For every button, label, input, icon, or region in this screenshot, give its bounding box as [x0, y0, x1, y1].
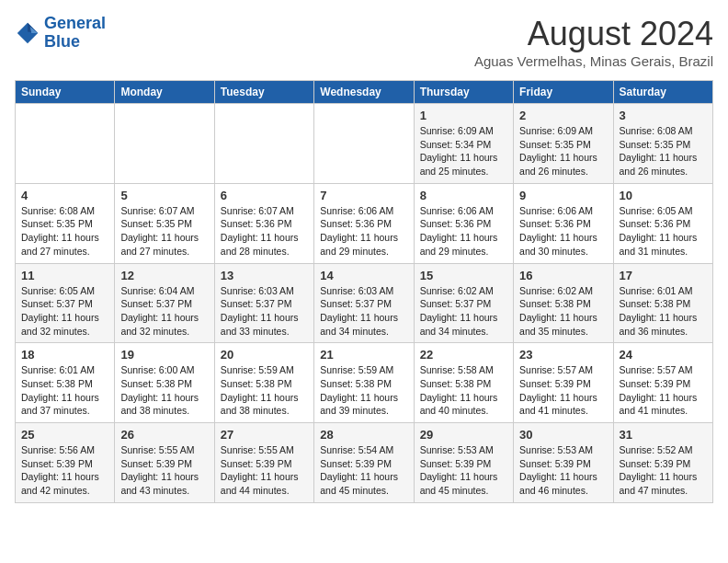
- day-info: Sunrise: 5:57 AM Sunset: 5:39 PM Dayligh…: [620, 363, 707, 418]
- day-info: Sunrise: 5:53 AM Sunset: 5:39 PM Dayligh…: [519, 443, 607, 498]
- month-title: August 2024: [474, 15, 713, 53]
- day-number: 12: [120, 269, 208, 282]
- weekday-header-sunday: Sunday: [16, 81, 115, 104]
- day-number: 23: [519, 348, 607, 362]
- week-row-5: 25Sunrise: 5:56 AM Sunset: 5:39 PM Dayli…: [16, 423, 713, 503]
- calendar-cell: 13Sunrise: 6:03 AM Sunset: 5:37 PM Dayli…: [214, 263, 313, 343]
- day-number: 24: [620, 348, 707, 362]
- day-number: 22: [420, 348, 507, 362]
- day-info: Sunrise: 6:06 AM Sunset: 5:36 PM Dayligh…: [320, 204, 407, 259]
- weekday-header-thursday: Thursday: [414, 81, 513, 104]
- day-info: Sunrise: 5:59 AM Sunset: 5:38 PM Dayligh…: [221, 363, 308, 418]
- day-info: Sunrise: 6:06 AM Sunset: 5:36 PM Dayligh…: [519, 204, 607, 259]
- day-info: Sunrise: 6:01 AM Sunset: 5:38 PM Dayligh…: [21, 363, 108, 418]
- calendar-cell: 30Sunrise: 5:53 AM Sunset: 5:39 PM Dayli…: [514, 423, 613, 503]
- calendar-cell: 24Sunrise: 5:57 AM Sunset: 5:39 PM Dayli…: [613, 343, 712, 423]
- week-row-1: 1Sunrise: 6:09 AM Sunset: 5:34 PM Daylig…: [16, 104, 713, 184]
- day-number: 9: [519, 189, 607, 202]
- day-number: 25: [21, 428, 108, 442]
- calendar-cell: 31Sunrise: 5:52 AM Sunset: 5:39 PM Dayli…: [613, 423, 712, 503]
- calendar-cell: 3Sunrise: 6:08 AM Sunset: 5:35 PM Daylig…: [613, 104, 712, 184]
- calendar-cell: 9Sunrise: 6:06 AM Sunset: 5:36 PM Daylig…: [514, 183, 613, 263]
- day-number: 29: [420, 428, 507, 442]
- calendar-cell: 28Sunrise: 5:54 AM Sunset: 5:39 PM Dayli…: [314, 423, 414, 503]
- day-number: 20: [221, 348, 308, 362]
- day-number: 8: [420, 189, 507, 202]
- calendar-cell: 14Sunrise: 6:03 AM Sunset: 5:37 PM Dayli…: [314, 263, 414, 343]
- day-number: 3: [620, 109, 707, 122]
- calendar-cell: 4Sunrise: 6:08 AM Sunset: 5:35 PM Daylig…: [16, 183, 115, 263]
- day-number: 1: [420, 109, 507, 122]
- day-number: 6: [221, 189, 308, 202]
- day-number: 17: [620, 269, 707, 282]
- day-info: Sunrise: 6:00 AM Sunset: 5:38 PM Dayligh…: [120, 363, 208, 418]
- calendar-cell: 21Sunrise: 5:59 AM Sunset: 5:38 PM Dayli…: [314, 343, 414, 423]
- day-number: 7: [320, 189, 407, 202]
- day-info: Sunrise: 5:56 AM Sunset: 5:39 PM Dayligh…: [21, 443, 108, 498]
- calendar-cell: 2Sunrise: 6:09 AM Sunset: 5:35 PM Daylig…: [514, 104, 613, 184]
- day-number: 4: [21, 189, 108, 202]
- logo-text: General Blue: [44, 15, 106, 52]
- day-number: 5: [120, 189, 208, 202]
- calendar-cell: [214, 104, 313, 184]
- day-number: 14: [320, 269, 407, 282]
- logo: General Blue: [15, 15, 106, 52]
- day-number: 16: [519, 269, 607, 282]
- day-number: 27: [221, 428, 308, 442]
- weekday-header-friday: Friday: [514, 81, 613, 104]
- calendar-cell: 27Sunrise: 5:55 AM Sunset: 5:39 PM Dayli…: [214, 423, 313, 503]
- calendar-cell: 26Sunrise: 5:55 AM Sunset: 5:39 PM Dayli…: [115, 423, 214, 503]
- page-header: General Blue August 2024 Aguas Vermelhas…: [15, 15, 713, 69]
- calendar-cell: 25Sunrise: 5:56 AM Sunset: 5:39 PM Dayli…: [16, 423, 115, 503]
- day-number: 21: [320, 348, 407, 362]
- day-number: 15: [420, 269, 507, 282]
- day-number: 13: [221, 269, 308, 282]
- day-info: Sunrise: 6:02 AM Sunset: 5:38 PM Dayligh…: [519, 284, 607, 339]
- day-info: Sunrise: 5:55 AM Sunset: 5:39 PM Dayligh…: [221, 443, 308, 498]
- day-info: Sunrise: 6:08 AM Sunset: 5:35 PM Dayligh…: [620, 124, 707, 178]
- day-info: Sunrise: 6:05 AM Sunset: 5:36 PM Dayligh…: [620, 204, 707, 259]
- calendar-cell: 19Sunrise: 6:00 AM Sunset: 5:38 PM Dayli…: [115, 343, 214, 423]
- day-info: Sunrise: 5:53 AM Sunset: 5:39 PM Dayligh…: [420, 443, 507, 498]
- day-number: 18: [21, 348, 108, 362]
- calendar-cell: 5Sunrise: 6:07 AM Sunset: 5:35 PM Daylig…: [115, 183, 214, 263]
- weekday-header-saturday: Saturday: [613, 81, 712, 104]
- day-info: Sunrise: 6:03 AM Sunset: 5:37 PM Dayligh…: [320, 284, 407, 339]
- calendar-cell: 18Sunrise: 6:01 AM Sunset: 5:38 PM Dayli…: [16, 343, 115, 423]
- day-number: 28: [320, 428, 407, 442]
- weekday-header-tuesday: Tuesday: [214, 81, 313, 104]
- day-info: Sunrise: 6:03 AM Sunset: 5:37 PM Dayligh…: [221, 284, 308, 339]
- calendar-table: SundayMondayTuesdayWednesdayThursdayFrid…: [15, 80, 713, 503]
- day-info: Sunrise: 6:09 AM Sunset: 5:34 PM Dayligh…: [420, 124, 507, 178]
- day-info: Sunrise: 5:52 AM Sunset: 5:39 PM Dayligh…: [620, 443, 707, 498]
- day-info: Sunrise: 5:59 AM Sunset: 5:38 PM Dayligh…: [320, 363, 407, 418]
- week-row-4: 18Sunrise: 6:01 AM Sunset: 5:38 PM Dayli…: [16, 343, 713, 423]
- weekday-header-row: SundayMondayTuesdayWednesdayThursdayFrid…: [16, 81, 713, 104]
- day-info: Sunrise: 6:05 AM Sunset: 5:37 PM Dayligh…: [21, 284, 108, 339]
- day-number: 26: [120, 428, 208, 442]
- calendar-cell: [314, 104, 414, 184]
- calendar-cell: 7Sunrise: 6:06 AM Sunset: 5:36 PM Daylig…: [314, 183, 414, 263]
- day-info: Sunrise: 5:58 AM Sunset: 5:38 PM Dayligh…: [420, 363, 507, 418]
- day-number: 31: [620, 428, 707, 442]
- day-info: Sunrise: 5:57 AM Sunset: 5:39 PM Dayligh…: [519, 363, 607, 418]
- calendar-cell: 20Sunrise: 5:59 AM Sunset: 5:38 PM Dayli…: [214, 343, 313, 423]
- logo-icon: [15, 20, 40, 46]
- calendar-cell: 17Sunrise: 6:01 AM Sunset: 5:38 PM Dayli…: [613, 263, 712, 343]
- title-block: August 2024 Aguas Vermelhas, Minas Gerai…: [474, 15, 713, 69]
- day-number: 30: [519, 428, 607, 442]
- day-info: Sunrise: 6:01 AM Sunset: 5:38 PM Dayligh…: [620, 284, 707, 339]
- calendar-cell: 15Sunrise: 6:02 AM Sunset: 5:37 PM Dayli…: [414, 263, 513, 343]
- day-info: Sunrise: 6:07 AM Sunset: 5:35 PM Dayligh…: [120, 204, 208, 259]
- day-info: Sunrise: 5:54 AM Sunset: 5:39 PM Dayligh…: [320, 443, 407, 498]
- calendar-cell: 29Sunrise: 5:53 AM Sunset: 5:39 PM Dayli…: [414, 423, 513, 503]
- location-subtitle: Aguas Vermelhas, Minas Gerais, Brazil: [474, 53, 713, 69]
- weekday-header-monday: Monday: [115, 81, 214, 104]
- day-number: 19: [120, 348, 208, 362]
- day-info: Sunrise: 6:04 AM Sunset: 5:37 PM Dayligh…: [120, 284, 208, 339]
- calendar-cell: 11Sunrise: 6:05 AM Sunset: 5:37 PM Dayli…: [16, 263, 115, 343]
- day-number: 2: [519, 109, 607, 122]
- week-row-2: 4Sunrise: 6:08 AM Sunset: 5:35 PM Daylig…: [16, 183, 713, 263]
- day-number: 11: [21, 269, 108, 282]
- day-info: Sunrise: 6:08 AM Sunset: 5:35 PM Dayligh…: [21, 204, 108, 259]
